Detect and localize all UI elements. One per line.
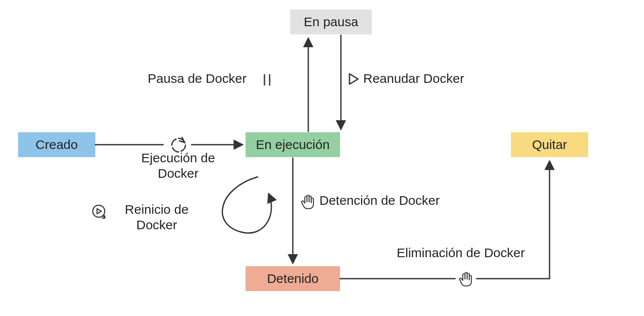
- state-created: Creado: [18, 132, 95, 157]
- pause-icon: [261, 73, 273, 90]
- label-remove-text: Eliminación de Docker: [397, 246, 525, 260]
- state-running-label: En ejecución: [256, 137, 330, 152]
- label-stop: Detención de Docker: [319, 193, 440, 208]
- cycle-icon: [169, 136, 188, 158]
- hand-remove-icon: [458, 270, 475, 291]
- state-stopped: Detenido: [246, 266, 340, 291]
- label-stop-text: Detención de Docker: [319, 193, 440, 207]
- label-pause-text: Pausa de Docker: [148, 71, 246, 85]
- label-restart: Reinicio de Docker: [107, 202, 206, 233]
- svg-marker-4: [97, 209, 101, 214]
- state-paused: En pausa: [290, 9, 372, 34]
- label-unpause: Reanudar Docker: [363, 71, 464, 86]
- label-unpause-text: Reanudar Docker: [363, 71, 464, 85]
- svg-marker-2: [349, 74, 358, 84]
- label-restart-text: Reinicio de Docker: [125, 202, 188, 232]
- play-icon: [347, 72, 361, 89]
- state-removed-label: Quitar: [532, 137, 567, 152]
- label-remove: Eliminación de Docker: [397, 246, 525, 260]
- diagram-canvas: En pausa Creado En ejecución Quitar Dete…: [0, 0, 644, 316]
- restart-play-icon: [90, 203, 107, 223]
- state-removed: Quitar: [511, 132, 588, 157]
- state-stopped-label: Detenido: [267, 271, 319, 286]
- state-created-label: Creado: [36, 137, 78, 152]
- label-pause: Pausa de Docker: [148, 71, 246, 86]
- hand-stop-icon: [300, 193, 317, 213]
- state-running: En ejecución: [246, 132, 340, 157]
- state-paused-label: En pausa: [304, 15, 358, 29]
